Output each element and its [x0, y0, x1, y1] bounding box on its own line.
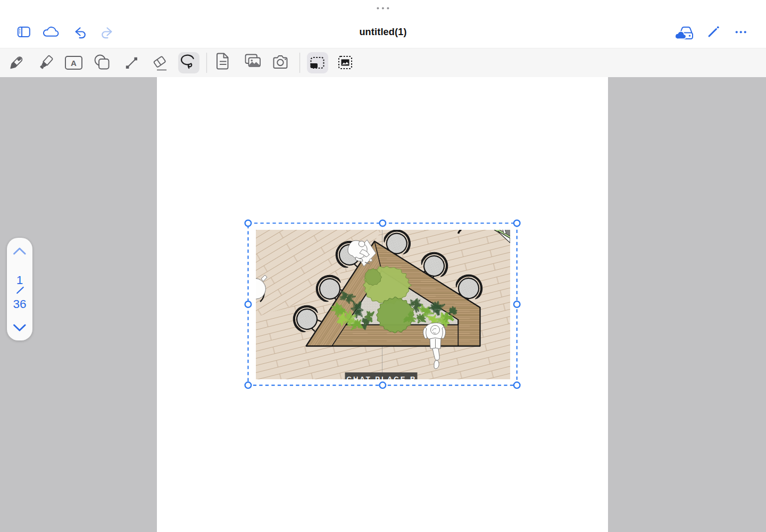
- svg-text:A: A: [71, 59, 77, 68]
- svg-text:36: 36: [13, 297, 26, 311]
- svg-text:1: 1: [16, 273, 23, 287]
